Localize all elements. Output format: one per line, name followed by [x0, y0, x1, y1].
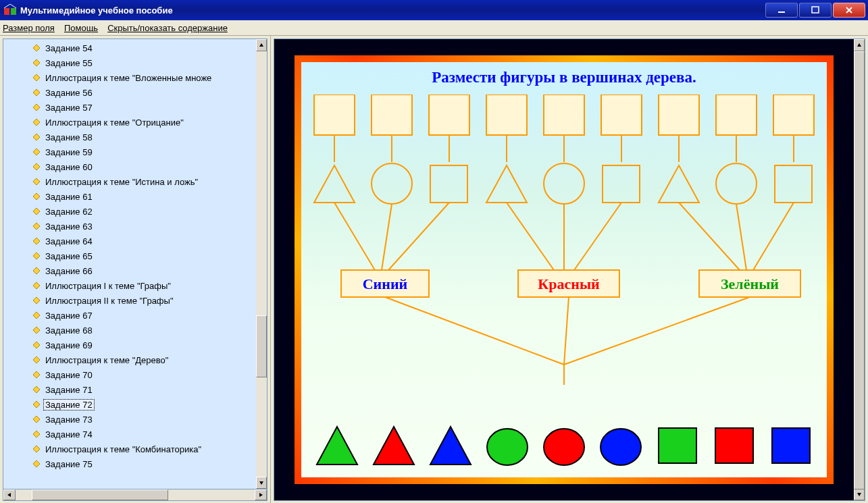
svg-line-69	[382, 204, 392, 270]
color-label-red: Красный	[538, 275, 600, 292]
tree-item[interactable]: Задание 68	[3, 323, 256, 338]
menu-item-help[interactable]: Помощь	[64, 23, 98, 33]
tree-item[interactable]: Задание 54	[3, 41, 256, 55]
svg-marker-7	[33, 59, 40, 66]
close-button[interactable]	[833, 3, 865, 18]
tree-item[interactable]: Задание 56	[3, 85, 256, 100]
tree-item[interactable]: Иллюстрация к теме "Комбинаторика"	[3, 442, 256, 456]
tree-item[interactable]: Задание 70	[3, 367, 256, 382]
tree-item[interactable]: Задание 59	[3, 144, 256, 159]
tree-item[interactable]: Задание 64	[3, 234, 256, 248]
scroll-track[interactable]	[256, 51, 267, 477]
page-icon	[32, 103, 41, 112]
page-icon	[32, 236, 41, 246]
scroll-thumb[interactable]	[854, 51, 865, 489]
maximize-button[interactable]	[799, 3, 832, 18]
page-icon	[32, 266, 41, 275]
palette-shape-triangle[interactable]	[315, 425, 359, 468]
svg-marker-8	[33, 74, 40, 81]
svg-marker-84	[317, 427, 357, 465]
scroll-thumb[interactable]	[256, 315, 267, 377]
page-icon	[32, 73, 41, 82]
svg-rect-3	[812, 7, 819, 13]
tree-item-label: Задание 66	[44, 266, 94, 276]
palette-shape-circle[interactable]	[542, 425, 586, 468]
svg-marker-13	[33, 149, 40, 155]
tree-item[interactable]: Задание 55	[3, 55, 256, 70]
palette-shape-triangle[interactable]	[372, 425, 415, 468]
tree-item-label: Задание 62	[44, 207, 94, 217]
svg-marker-25	[33, 327, 40, 334]
tree-item[interactable]: Задание 57	[3, 100, 256, 115]
sidebar-horizontal-scrollbar[interactable]	[3, 489, 267, 501]
hscroll-thumb[interactable]	[32, 489, 168, 500]
tree-item[interactable]: Задание 65	[3, 248, 256, 263]
minimize-button[interactable]	[765, 3, 798, 18]
scroll-down-arrow-icon[interactable]	[256, 477, 267, 489]
tree-item[interactable]: Задание 73	[3, 412, 256, 427]
tree-item[interactable]: Задание 75	[3, 456, 256, 471]
svg-rect-91	[715, 428, 753, 463]
palette-shape-square[interactable]	[769, 425, 813, 468]
scroll-left-arrow-icon[interactable]	[3, 489, 16, 500]
tree-item[interactable]: Иллюстрация к теме "Истина и ложь"	[3, 174, 256, 189]
tree-item[interactable]: Задание 66	[3, 263, 256, 278]
svg-marker-39	[857, 43, 861, 47]
tree-item[interactable]: Задание 67	[3, 308, 256, 323]
tree-item[interactable]: Иллюстрация к теме "Отрицание"	[3, 115, 256, 130]
content-area: Размести фигуры в вершинах дерева.	[271, 36, 868, 503]
tree-item[interactable]: Задание 72	[3, 397, 256, 412]
tree-item-label: Задание 64	[44, 236, 94, 246]
tree-item-label: Задание 72	[44, 400, 94, 410]
palette-shape-circle[interactable]	[599, 425, 642, 468]
content-tree[interactable]: Задание 54Задание 55Иллюстрация к теме "…	[3, 39, 256, 489]
tree-item[interactable]: Иллюстрация II к теме "Графы"	[3, 293, 256, 308]
scroll-up-arrow-icon[interactable]	[256, 39, 267, 51]
svg-marker-27	[33, 356, 40, 363]
svg-marker-31	[33, 416, 40, 423]
exercise-title: Размести фигуры в вершинах дерева.	[301, 69, 827, 86]
tree-item[interactable]: Задание 69	[3, 338, 256, 352]
svg-marker-65	[659, 165, 699, 203]
tree-item[interactable]: Задание 74	[3, 427, 256, 442]
svg-marker-38	[259, 493, 263, 497]
tree-item[interactable]: Иллюстрация к теме "Вложенные множе	[3, 70, 256, 85]
svg-rect-2	[778, 11, 785, 13]
content-vertical-scrollbar[interactable]	[854, 39, 865, 500]
svg-line-68	[334, 203, 375, 270]
svg-rect-43	[429, 95, 469, 135]
page-icon	[32, 58, 41, 68]
page-icon	[32, 325, 41, 335]
tree-diagram: Синий Красный Зелёный	[307, 95, 821, 392]
hscroll-track[interactable]	[16, 489, 255, 500]
sidebar-vertical-scrollbar[interactable]	[256, 39, 267, 489]
svg-marker-34	[33, 460, 40, 467]
scroll-right-arrow-icon[interactable]	[255, 489, 267, 500]
tree-item-label: Иллюстрация I к теме "Графы"	[44, 281, 172, 291]
svg-marker-36	[259, 481, 263, 485]
tree-item-label: Задание 70	[44, 370, 94, 380]
tree-item[interactable]: Иллюстрация к теме "Дерево"	[3, 352, 256, 367]
page-icon	[32, 162, 41, 171]
svg-marker-86	[430, 427, 471, 465]
palette-shape-square[interactable]	[713, 425, 756, 468]
scroll-down-arrow-icon[interactable]	[854, 488, 865, 500]
tree-item[interactable]: Задание 71	[3, 382, 256, 397]
menu-item-field-size[interactable]: Размер поля	[3, 23, 55, 33]
tree-item-label: Задание 68	[44, 325, 94, 336]
tree-item[interactable]: Задание 61	[3, 189, 256, 204]
svg-marker-23	[33, 297, 40, 304]
svg-point-88	[544, 429, 584, 465]
palette-shape-circle[interactable]	[486, 425, 529, 468]
palette-shape-triangle[interactable]	[429, 425, 472, 468]
palette-shape-square[interactable]	[656, 425, 699, 468]
tree-item[interactable]: Задание 63	[3, 219, 256, 234]
tree-item[interactable]: Задание 62	[3, 204, 256, 219]
scroll-up-arrow-icon[interactable]	[854, 39, 865, 51]
svg-line-82	[564, 297, 750, 365]
tree-item-label: Задание 75	[44, 459, 94, 469]
menu-item-toggle-toc[interactable]: Скрыть/показать содержание	[107, 23, 228, 33]
tree-item[interactable]: Задание 60	[3, 159, 256, 174]
tree-item[interactable]: Задание 58	[3, 130, 256, 144]
tree-item[interactable]: Иллюстрация I к теме "Графы"	[3, 278, 256, 293]
